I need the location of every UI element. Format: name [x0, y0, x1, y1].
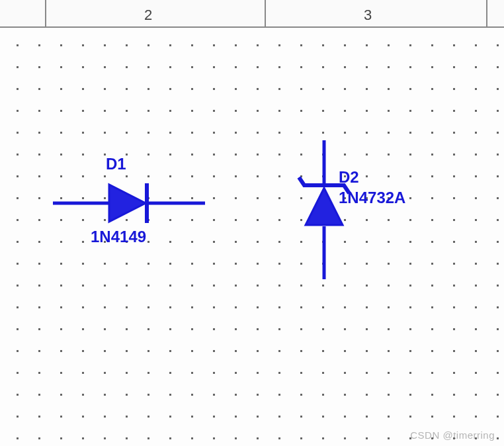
- ruler-bar: 2 3: [0, 0, 504, 28]
- ruler-tick: [265, 0, 266, 28]
- zener-symbol-d2[interactable]: [284, 140, 364, 279]
- watermark-text: CSDN @timerring: [410, 429, 495, 441]
- ruler-label-2: 2: [144, 7, 152, 24]
- diode-triangle-icon: [109, 185, 146, 222]
- component-value-d2[interactable]: 1N4732A: [339, 189, 405, 207]
- ruler-label-3: 3: [364, 7, 372, 24]
- component-value-d1[interactable]: 1N4149: [91, 228, 146, 246]
- ruler-tick: [45, 0, 46, 28]
- component-ref-d2[interactable]: D2: [339, 168, 359, 187]
- component-ref-d1[interactable]: D1: [106, 155, 126, 173]
- diode-symbol-d1[interactable]: [53, 177, 205, 230]
- zener-triangle-icon: [306, 188, 343, 225]
- schematic-canvas[interactable]: D1 1N4149 D2 1N4732A: [0, 28, 504, 446]
- dot-grid: [0, 28, 504, 446]
- ruler-tick: [486, 0, 487, 28]
